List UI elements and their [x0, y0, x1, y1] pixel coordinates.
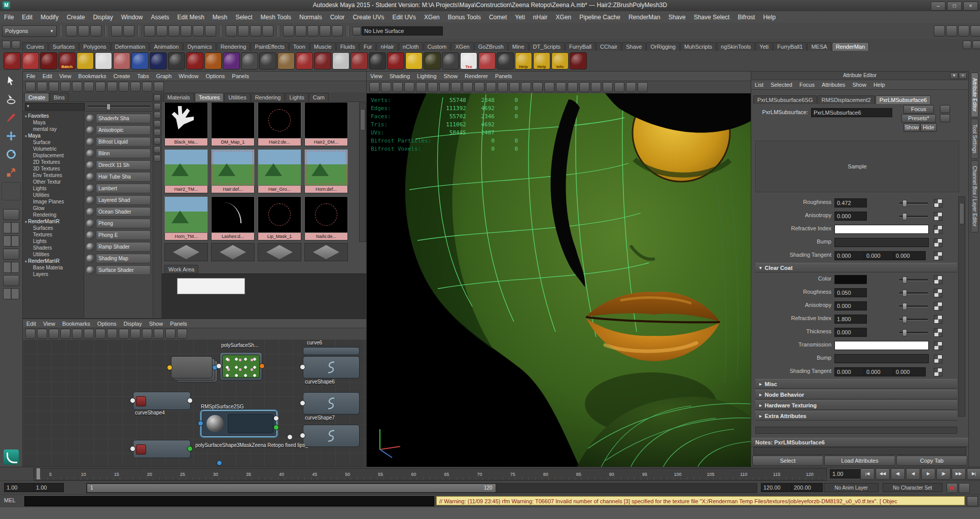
- attribute-editor-menu-item[interactable]: Show: [849, 82, 870, 88]
- port-dot[interactable]: [167, 365, 172, 370]
- node-graph[interactable]: polySurfaceSh... curve6 curveShape6 curv…: [23, 339, 367, 467]
- shelf-tab[interactable]: GoZBrush: [474, 42, 508, 51]
- shelf-icon[interactable]: [4, 52, 21, 70]
- move-tool-icon[interactable]: [2, 127, 20, 145]
- create-node-button[interactable]: Lambert: [85, 183, 152, 194]
- place2d-node-swatch[interactable]: [211, 243, 255, 261]
- attribute-slider[interactable]: [899, 279, 928, 281]
- snap-point-icon[interactable]: [168, 25, 180, 37]
- input-output-connections-icon[interactable]: [130, 82, 141, 92]
- show-previous-icon[interactable]: [107, 82, 117, 92]
- group-grip[interactable]: [104, 25, 108, 37]
- place2d-node-swatch[interactable]: [258, 243, 301, 261]
- attribute-editor-menu-item[interactable]: Attributes: [818, 82, 849, 88]
- hypershade-menu-item[interactable]: Window: [175, 73, 202, 79]
- attribute-editor-tab[interactable]: PxrLMSubsurface6SG: [753, 95, 817, 104]
- shelf-icon[interactable]: [241, 52, 258, 70]
- paint-effects-icon[interactable]: [320, 25, 331, 37]
- map-button-icon[interactable]: [934, 368, 942, 376]
- browser-tab[interactable]: Textures: [195, 93, 224, 101]
- create-node-button[interactable]: Blinn: [85, 148, 152, 159]
- playback-start-field[interactable]: 1.00: [33, 483, 64, 492]
- swatch-size-slider[interactable]: [88, 106, 151, 108]
- pin-icon[interactable]: [107, 329, 117, 339]
- node-card[interactable]: [133, 392, 191, 410]
- rearrange-graph-icon[interactable]: [60, 82, 71, 92]
- viewport-menu-item[interactable]: Show: [440, 73, 462, 79]
- selection-mask-icon[interactable]: [262, 25, 273, 37]
- attribute-value-field[interactable]: 0.000: [864, 251, 896, 260]
- bookmarks-icon[interactable]: [404, 82, 414, 92]
- shelf-tab[interactable]: PaintEffects: [251, 42, 289, 51]
- tree-item[interactable]: Env Textures: [23, 172, 84, 179]
- tree-item[interactable]: Layers: [23, 271, 84, 278]
- shelf-icon[interactable]: [296, 52, 313, 70]
- hypershade-menu-item[interactable]: Edit: [39, 73, 56, 79]
- browser-tab[interactable]: Rendering: [251, 93, 285, 101]
- tree-item[interactable]: Surface: [23, 139, 84, 146]
- attribute-value-field[interactable]: 0.000: [834, 367, 867, 376]
- browser-tab[interactable]: Cam: [309, 93, 329, 101]
- viewport-3d-view[interactable]: Verts:5574823480 Edges:11139246920 Faces…: [367, 93, 751, 467]
- map-button-icon[interactable]: [934, 328, 942, 337]
- screen-space-ao-icon[interactable]: [591, 82, 601, 92]
- connected-view-icon[interactable]: [130, 329, 141, 339]
- remove-node-icon[interactable]: [84, 329, 94, 339]
- step-forward-key-button[interactable]: |▶: [936, 468, 951, 480]
- viewport-menu-item[interactable]: Lighting: [413, 73, 440, 79]
- tree-item[interactable]: Maya: [23, 119, 84, 126]
- close-panel-icon[interactable]: ×: [959, 73, 967, 79]
- snap-grid-icon[interactable]: [144, 25, 155, 37]
- shelf-icon[interactable]: [277, 52, 295, 70]
- hypershade-menu-item[interactable]: Options: [202, 73, 228, 79]
- menu-item[interactable]: Edit UVs: [388, 11, 420, 23]
- texture-node-swatch[interactable]: Lip_Mask_1: [258, 196, 301, 240]
- shelf-icon[interactable]: [405, 52, 423, 70]
- show-materials-icon[interactable]: [154, 94, 161, 101]
- playback-end-field[interactable]: 120.00: [761, 483, 792, 492]
- animation-end-field[interactable]: 200.00: [791, 483, 823, 492]
- refresh-icon[interactable]: [177, 329, 187, 339]
- map-button-icon[interactable]: [934, 355, 942, 363]
- curve-node[interactable]: [303, 425, 360, 447]
- work-area-node[interactable]: [177, 278, 245, 294]
- sort-by-type-icon[interactable]: [154, 155, 161, 162]
- layout-persp-uv-button[interactable]: [3, 275, 19, 286]
- rotate-tool-icon[interactable]: [2, 146, 20, 163]
- smooth-shade-icon[interactable]: [544, 82, 554, 92]
- show-cameras-icon[interactable]: [154, 129, 161, 136]
- horizontal-scrollbar[interactable]: [755, 427, 957, 434]
- menu-item[interactable]: Normals: [295, 11, 326, 23]
- hypershade-icon[interactable]: [332, 25, 343, 37]
- layout-hypershade-persp-button[interactable]: [3, 262, 19, 273]
- forward-icon[interactable]: [37, 82, 47, 92]
- layout-persp-outliner-button[interactable]: [3, 235, 19, 247]
- camera-attributes-icon[interactable]: [393, 82, 403, 92]
- port-dot[interactable]: [187, 446, 193, 452]
- texture-node-swatch[interactable]: Hair_Gro...: [258, 149, 301, 193]
- node-name-field[interactable]: PxrLMSubsurface6: [811, 108, 892, 117]
- menu-item[interactable]: Bifrost: [733, 11, 759, 23]
- back-icon[interactable]: [25, 329, 36, 339]
- material-sample-swatch[interactable]: Sample: [755, 141, 959, 192]
- hypershade-menu-item[interactable]: Tabs: [133, 73, 152, 79]
- command-language-label[interactable]: MEL: [4, 497, 16, 503]
- attribute-editor-footer-button[interactable]: Select: [752, 456, 823, 466]
- shelf-icon[interactable]: [332, 52, 349, 70]
- map-button-icon[interactable]: [934, 212, 942, 221]
- maximize-button[interactable]: □: [947, 2, 962, 11]
- wireframe-icon[interactable]: [533, 82, 543, 92]
- viewport-menu-item[interactable]: Panels: [492, 73, 516, 79]
- output-connections-icon[interactable]: [154, 82, 164, 92]
- image-plane-icon[interactable]: [416, 82, 426, 92]
- shelf-tab[interactable]: MuhScripts: [680, 42, 716, 51]
- selection-mode-dropdown[interactable]: Polygons▼: [2, 25, 57, 37]
- hypershade-menu-item[interactable]: View: [56, 73, 75, 79]
- node-card[interactable]: [133, 440, 191, 458]
- attribute-slider[interactable]: [899, 319, 928, 321]
- menu-item[interactable]: nHair: [529, 11, 552, 23]
- map-button-icon[interactable]: [934, 289, 942, 297]
- menu-item[interactable]: Create: [62, 11, 89, 23]
- script-editor-button[interactable]: [967, 496, 978, 506]
- back-icon[interactable]: [25, 82, 36, 92]
